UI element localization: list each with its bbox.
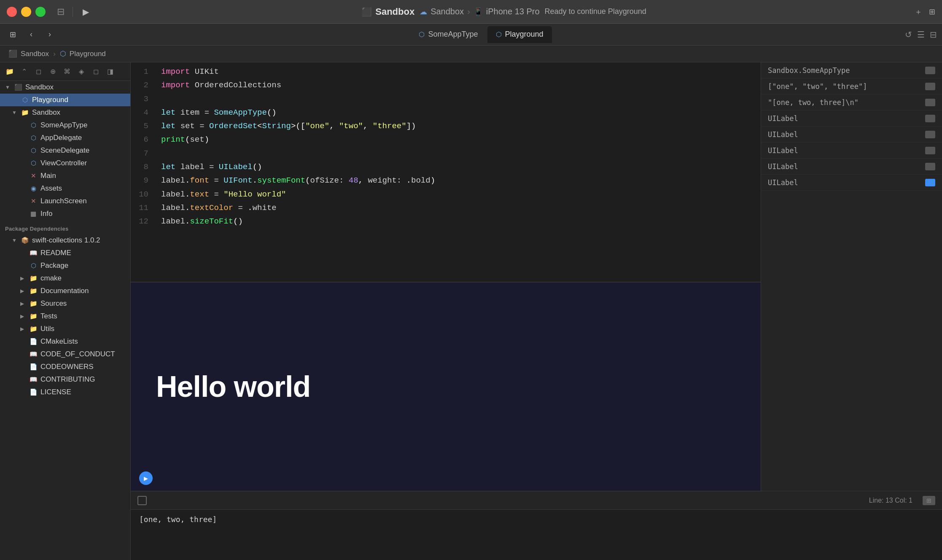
sidebar-toggle-icon[interactable]: ⊟: [54, 6, 67, 18]
inspector-value-6: UILabel: [768, 146, 798, 155]
code-line-7: [161, 147, 752, 160]
code-editor[interactable]: 1 2 3 4 5 6 7 8 9 10 11 12: [131, 62, 761, 231]
sidebar-item-launchscreen[interactable]: ✕ LaunchScreen: [0, 195, 130, 207]
sidebar-item-someapptype[interactable]: ⬡ SomeAppType: [0, 119, 130, 132]
inspector-eye-5[interactable]: [925, 131, 935, 138]
inspector-value-4: UILabel: [768, 114, 798, 123]
sidebar-item-info[interactable]: ▦ Info: [0, 207, 130, 220]
sidebar-item-sandbox-root[interactable]: ▼ ⬛ Sandbox: [0, 81, 130, 94]
add-icon[interactable]: ＋: [915, 7, 922, 17]
app-identity: ⬛ Sandbox: [361, 6, 414, 17]
sandbox-root-icon: ⬛: [14, 83, 22, 91]
refresh-icon[interactable]: ↺: [905, 30, 912, 40]
sidebar-filter-btn[interactable]: ◻: [32, 66, 45, 78]
playground-tab-icon: ⬡: [496, 30, 502, 38]
sidebar-search-btn[interactable]: ⌃: [18, 66, 30, 78]
maximize-button[interactable]: [35, 7, 46, 17]
code-line-11: label.textColor = .white: [161, 201, 752, 215]
sidebar-item-cmake[interactable]: ▶ 📁 cmake: [0, 272, 130, 285]
sidebar-item-license[interactable]: 📄 LICENSE: [0, 386, 130, 398]
inspector-eye-6[interactable]: [925, 147, 935, 154]
sidebar-folder-icon[interactable]: 📁: [3, 66, 16, 78]
nav-forward-btn[interactable]: ›: [42, 28, 57, 41]
sidebar-item-code-of-conduct[interactable]: 📖 CODE_OF_CONDUCT: [0, 348, 130, 361]
breadcrumb-sandbox-label: Sandbox: [21, 50, 49, 58]
playground-tab-label: Playground: [505, 30, 544, 39]
status-checkbox[interactable]: [137, 496, 147, 505]
sidebar-shape-btn[interactable]: ◻: [89, 66, 102, 78]
code-line-10: label.text = "Hello world": [161, 188, 752, 201]
inspector-eye-3[interactable]: [925, 99, 935, 106]
line-numbers: 1 2 3 4 5 6 7 8 9 10 11 12: [131, 62, 153, 231]
sandbox-app-icon: ⬛: [361, 7, 372, 17]
utils-icon: 📁: [30, 325, 37, 333]
sidebar-toolbar-left: 📁 ⌃ ◻ ⊕ ⌘ ◈ ◻ ◨: [3, 66, 116, 78]
code-line-5: let set = OrderedSet<String>(["one", "tw…: [161, 119, 752, 133]
breadcrumb-item-playground[interactable]: ⬡ Playground: [60, 49, 106, 58]
inspector-eye-4[interactable]: [925, 115, 935, 122]
documentation-label: Documentation: [40, 287, 89, 295]
preview-play-button[interactable]: ▶: [139, 471, 153, 485]
license-label: LICENSE: [40, 388, 71, 396]
sidebar-item-contributing[interactable]: 📖 CONTRIBUTING: [0, 373, 130, 386]
sidebar-item-cmakelists[interactable]: 📄 CMakeLists: [0, 335, 130, 348]
layout-icon[interactable]: ☰: [917, 30, 925, 40]
breadcrumb-chevron: ›: [53, 50, 56, 58]
tab-someapptype[interactable]: ⬡ SomeAppType: [410, 26, 486, 43]
sidebar-item-swift-collections[interactable]: ▼ 📦 swift-collections 1.0.2: [0, 234, 130, 247]
status-view-btn[interactable]: ⊞: [923, 496, 935, 505]
inspector-icon[interactable]: ⊟: [930, 30, 937, 40]
sidebar-item-appdelegate[interactable]: ⬡ AppDelegate: [0, 132, 130, 144]
sidebar-item-readme[interactable]: 📖 README: [0, 247, 130, 259]
playground-label: Playground: [32, 96, 68, 104]
sources-icon: 📁: [30, 300, 37, 307]
sidebar-item-tests[interactable]: ▶ 📁 Tests: [0, 310, 130, 323]
code-line-8: let label = UILabel(): [161, 160, 752, 174]
sidebar-add-btn[interactable]: ⊕: [46, 66, 59, 78]
disclosure-sandbox-root: ▼: [5, 84, 11, 90]
title-bar-right: ＋ ⊞: [915, 7, 935, 17]
close-button[interactable]: [7, 7, 17, 17]
editor-preview-split: 1 2 3 4 5 6 7 8 9 10 11 12: [131, 62, 761, 491]
sidebar-doc-btn[interactable]: ◨: [104, 66, 116, 78]
sidebar-item-playground[interactable]: ⬡ Playground: [0, 94, 130, 106]
play-button[interactable]: ▶: [78, 5, 93, 19]
sandbox-folder-icon: 📁: [21, 109, 29, 116]
sidebar-item-documentation[interactable]: ▶ 📁 Documentation: [0, 285, 130, 297]
sidebar-link-btn[interactable]: ⌘: [61, 66, 73, 78]
sidebar-item-sandbox-folder[interactable]: ▼ 📁 Sandbox: [0, 106, 130, 119]
someapptype-icon: ⬡: [30, 121, 37, 129]
sidebar-item-package[interactable]: ⬡ Package: [0, 259, 130, 272]
minimize-button[interactable]: [21, 7, 31, 17]
inspector-eye-2[interactable]: [925, 83, 935, 90]
inspector-eye-7[interactable]: [925, 163, 935, 170]
playground-icon: ⬡: [21, 96, 29, 104]
tab-playground[interactable]: ⬡ Playground: [487, 26, 552, 43]
inspector-row-3: "[one, two, three]\n": [761, 94, 942, 110]
inspector-eye-8[interactable]: [925, 179, 935, 186]
launchscreen-label: LaunchScreen: [40, 197, 87, 205]
nav-back-btn[interactable]: ‹: [24, 28, 39, 41]
breadcrumb-item-sandbox[interactable]: ⬛ Sandbox: [8, 49, 49, 58]
breadcrumb-sandbox-icon: ☁: [420, 7, 427, 16]
someapptype-label: SomeAppType: [40, 121, 88, 129]
inspector-value-8: UILabel: [768, 178, 798, 187]
grid-view-btn[interactable]: ⊞: [5, 28, 20, 41]
sidebar-settings-btn[interactable]: ◈: [75, 66, 88, 78]
sidebar-item-main[interactable]: ✕ Main: [0, 170, 130, 182]
main-label: Main: [40, 172, 56, 180]
assets-label: Assets: [40, 184, 62, 193]
sidebar-item-viewcontroller[interactable]: ⬡ ViewController: [0, 157, 130, 170]
sidebar-item-sources[interactable]: ▶ 📁 Sources: [0, 297, 130, 310]
sidebar-item-codeowners[interactable]: 📄 CODEOWNERS: [0, 361, 130, 373]
sidebar-item-scenedelegate[interactable]: ⬡ SceneDelegate: [0, 144, 130, 157]
sidebar-item-utils[interactable]: ▶ 📁 Utils: [0, 323, 130, 335]
console-area: [one, two, three]: [131, 509, 942, 560]
status-badge: Ready to continue Playground: [545, 7, 646, 16]
main-layout: 📁 ⌃ ◻ ⊕ ⌘ ◈ ◻ ◨ ▼ ⬛ Sandbox ⬡ Playground…: [0, 62, 942, 560]
split-view-icon[interactable]: ⊞: [929, 7, 935, 16]
console-output: [one, two, three]: [139, 515, 217, 524]
title-bar: ⊟ ▶ ⬛ Sandbox ☁ Sandbox › 📱 iPhone 13 Pr…: [0, 0, 942, 24]
sidebar-item-assets[interactable]: ◉ Assets: [0, 182, 130, 195]
inspector-eye-1[interactable]: [925, 67, 935, 74]
